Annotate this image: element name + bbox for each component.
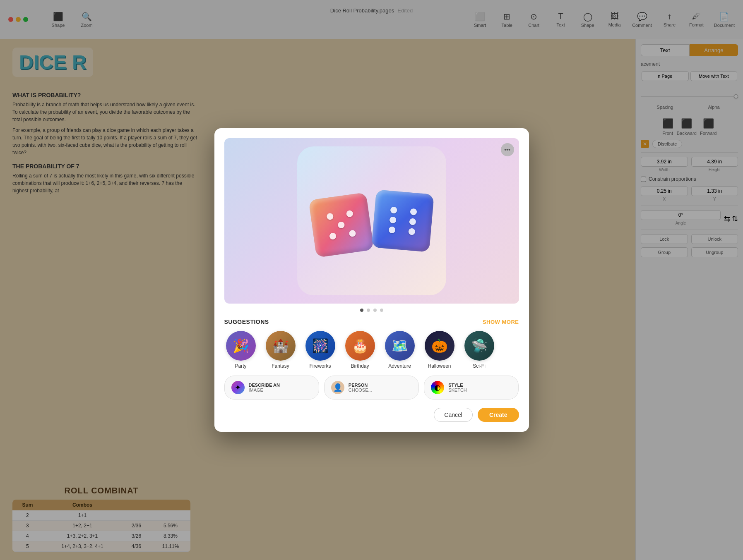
party-label: Party	[235, 363, 246, 369]
describe-option-icon: ✦	[231, 381, 245, 394]
fantasy-icon: 🏰	[266, 331, 296, 361]
style-sub: SKETCH	[448, 388, 467, 392]
suggestion-scifi[interactable]: 🛸 Sci-Fi	[463, 331, 496, 369]
halloween-label: Halloween	[428, 363, 451, 369]
dot	[346, 210, 353, 218]
dot	[329, 232, 336, 240]
page-dots-indicator	[224, 309, 519, 312]
style-option-icon: ◐	[431, 381, 444, 394]
suggestion-birthday[interactable]: 🎂 Birthday	[344, 331, 377, 369]
suggestion-party[interactable]: 🎉 Party	[224, 331, 257, 369]
dot-empty	[339, 231, 346, 239]
bottom-option-style[interactable]: ◐ STYLE SKETCH	[424, 376, 519, 400]
scifi-icon: 🛸	[464, 331, 494, 361]
suggestion-adventure[interactable]: 🗺️ Adventure	[383, 331, 416, 369]
suggestions-title: SUGGESTIONS	[224, 318, 269, 325]
adventure-label: Adventure	[388, 363, 411, 369]
style-option-text: STYLE SKETCH	[448, 383, 467, 392]
die-blue	[371, 189, 434, 252]
person-option-icon: 👤	[331, 381, 344, 394]
dot-empty	[398, 227, 405, 234]
dot	[389, 216, 396, 223]
modal-overlay: •••	[0, 0, 743, 560]
dot-3[interactable]	[373, 309, 377, 312]
suggestion-fantasy[interactable]: 🏰 Fantasy	[264, 331, 297, 369]
person-main: PERSON	[349, 383, 372, 388]
dot-4[interactable]	[380, 309, 383, 312]
bottom-option-person[interactable]: 👤 PERSON CHOOSE...	[324, 376, 419, 400]
style-main: STYLE	[448, 383, 467, 388]
person-sub: CHOOSE...	[349, 388, 372, 392]
dice-preview	[297, 146, 446, 295]
describe-sub: IMAGE	[249, 388, 280, 392]
birthday-icon: 🎂	[345, 331, 375, 361]
dot-2[interactable]	[367, 309, 370, 312]
cancel-button[interactable]: Cancel	[434, 408, 473, 422]
die-pink	[308, 192, 374, 258]
bottom-option-describe[interactable]: ✦ DESCRIBE AN IMAGE	[224, 376, 319, 400]
more-icon: •••	[504, 146, 510, 153]
image-creator-modal: •••	[214, 128, 529, 432]
dot	[410, 208, 417, 215]
modal-footer: Cancel Create	[224, 408, 519, 422]
describe-option-text: DESCRIBE AN IMAGE	[249, 383, 280, 392]
dot	[326, 213, 334, 220]
fireworks-icon: 🎆	[305, 331, 335, 361]
person-option-text: PERSON CHOOSE...	[349, 383, 372, 392]
fantasy-label: Fantasy	[272, 363, 289, 369]
create-button[interactable]: Create	[478, 408, 519, 422]
dot-empty	[336, 211, 344, 219]
describe-main: DESCRIBE AN	[249, 383, 280, 388]
dot-empty	[327, 223, 335, 230]
birthday-label: Birthday	[351, 363, 369, 369]
show-more-button[interactable]: SHOW MORE	[483, 319, 519, 325]
dot	[409, 218, 416, 225]
suggestions-header: SUGGESTIONS SHOW MORE	[224, 318, 519, 325]
suggestions-grid: 🎉 Party 🏰 Fantasy 🎆 Fireworks 🎂 Birthday…	[224, 331, 519, 369]
suggestion-halloween[interactable]: 🎃 Halloween	[423, 331, 456, 369]
dot	[388, 226, 395, 233]
dot-1[interactable]	[360, 309, 363, 312]
dot	[337, 221, 345, 229]
dot	[349, 230, 356, 237]
scifi-label: Sci-Fi	[473, 363, 486, 369]
more-options-button[interactable]: •••	[501, 143, 514, 156]
fireworks-label: Fireworks	[309, 363, 331, 369]
suggestion-fireworks[interactable]: 🎆 Fireworks	[304, 331, 337, 369]
dot	[408, 228, 415, 235]
dice-visual	[312, 192, 432, 250]
dot-empty	[347, 220, 355, 227]
dot-empty	[400, 207, 407, 214]
party-icon: 🎉	[226, 331, 256, 361]
dot	[390, 206, 397, 213]
halloween-icon: 🎃	[425, 331, 454, 361]
bottom-options: ✦ DESCRIBE AN IMAGE 👤 PERSON CHOOSE... ◐…	[224, 376, 519, 400]
dot-empty	[399, 217, 406, 224]
adventure-icon: 🗺️	[385, 331, 415, 361]
image-preview-area: •••	[224, 138, 519, 304]
